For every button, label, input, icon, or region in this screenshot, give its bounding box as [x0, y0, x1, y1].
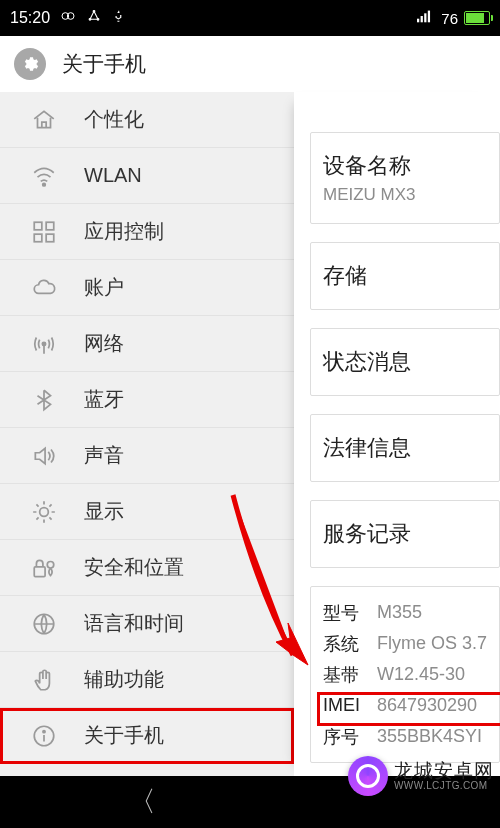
- sidebar-item-about[interactable]: 关于手机: [0, 708, 294, 764]
- sidebar-item-wlan[interactable]: WLAN: [0, 148, 294, 204]
- sidebar-item-label: 声音: [84, 442, 124, 469]
- sidebar-item-label: 账户: [84, 274, 124, 301]
- info-value: 355BBK4SYI: [377, 726, 482, 747]
- sidebar-item-label: 关于手机: [84, 722, 164, 749]
- hand-icon: [30, 666, 58, 694]
- status-bar: 15:20 76: [0, 0, 500, 36]
- sidebar-item-display[interactable]: 显示: [0, 484, 294, 540]
- sidebar-item-network[interactable]: 网络: [0, 316, 294, 372]
- bluetooth-icon: [30, 386, 58, 414]
- info-key: 序号: [323, 725, 377, 749]
- signal-icon: [417, 9, 435, 27]
- card-title: 法律信息: [323, 433, 499, 463]
- svg-point-20: [43, 730, 45, 732]
- svg-rect-11: [46, 222, 54, 230]
- annotation-highlight-serial: [317, 692, 500, 726]
- info-key: 系统: [323, 632, 377, 656]
- card-device-name[interactable]: 设备名称 MEIZU MX3: [310, 132, 500, 224]
- card-device-info[interactable]: 型号M355 系统Flyme OS 3.7 基带W12.45-30 IMEI86…: [310, 586, 500, 763]
- home-icon: [30, 106, 58, 134]
- wifi-icon: [30, 162, 58, 190]
- info-value: M355: [377, 602, 422, 623]
- cloud-icon: [30, 274, 58, 302]
- battery-percent: 76: [441, 10, 458, 27]
- globe-icon: [30, 610, 58, 638]
- gear-icon: [14, 48, 46, 80]
- card-legal[interactable]: 法律信息: [310, 414, 500, 482]
- brightness-icon: [30, 498, 58, 526]
- page-title: 关于手机: [62, 50, 146, 78]
- svg-rect-8: [428, 11, 430, 23]
- sidebar-item-account[interactable]: 账户: [0, 260, 294, 316]
- card-title: 设备名称: [323, 151, 499, 181]
- sidebar-item-label: WLAN: [84, 164, 142, 187]
- info-key: 型号: [323, 601, 377, 625]
- svg-rect-10: [34, 222, 42, 230]
- svg-rect-5: [417, 19, 419, 23]
- sidebar-item-label: 语言和时间: [84, 610, 184, 637]
- card-title: 服务记录: [323, 519, 499, 549]
- svg-rect-16: [34, 566, 45, 576]
- info-value: W12.45-30: [377, 664, 465, 685]
- sidebar-item-personalize[interactable]: 个性化: [0, 92, 294, 148]
- sidebar-item-label: 安全和位置: [84, 554, 184, 581]
- sidebar-item-label: 个性化: [84, 106, 144, 133]
- sidebar-item-label: 显示: [84, 498, 124, 525]
- sync-icon: [60, 8, 76, 28]
- sidebar-item-label: 网络: [84, 330, 124, 357]
- sidebar-item-language[interactable]: 语言和时间: [0, 596, 294, 652]
- sidebar-item-label: 辅助功能: [84, 666, 164, 693]
- svg-rect-7: [425, 13, 427, 22]
- settings-sidebar: 个性化 WLAN 应用控制 账户 网络 蓝牙 声音 显示: [0, 92, 294, 776]
- sidebar-item-bluetooth[interactable]: 蓝牙: [0, 372, 294, 428]
- svg-point-15: [40, 507, 49, 516]
- nav-bar: 〈: [0, 776, 500, 828]
- sound-icon: [30, 442, 58, 470]
- card-storage[interactable]: 存储: [310, 242, 500, 310]
- sidebar-item-accessibility[interactable]: 辅助功能: [0, 652, 294, 708]
- battery-icon: [464, 11, 490, 25]
- card-title: 状态消息: [323, 347, 499, 377]
- svg-point-9: [43, 183, 46, 186]
- page-header: 关于手机: [0, 36, 500, 92]
- card-subtitle: MEIZU MX3: [323, 185, 499, 205]
- svg-rect-12: [34, 234, 42, 242]
- lock-location-icon: [30, 554, 58, 582]
- back-button[interactable]: 〈: [128, 783, 156, 821]
- card-status[interactable]: 状态消息: [310, 328, 500, 396]
- antenna-icon: [30, 330, 58, 358]
- share-icon: [86, 8, 102, 28]
- svg-rect-13: [46, 234, 54, 242]
- grid-icon: [30, 218, 58, 246]
- info-key: 基带: [323, 663, 377, 687]
- sidebar-item-apps[interactable]: 应用控制: [0, 204, 294, 260]
- info-value: Flyme OS 3.7: [377, 633, 487, 654]
- detail-panel: 设备名称 MEIZU MX3 存储 状态消息 法律信息 服务记录 型号M355 …: [294, 92, 500, 776]
- card-title: 存储: [323, 261, 499, 291]
- info-icon: [30, 722, 58, 750]
- sidebar-item-sound[interactable]: 声音: [0, 428, 294, 484]
- svg-rect-6: [421, 16, 423, 22]
- sidebar-item-label: 蓝牙: [84, 386, 124, 413]
- sidebar-item-security[interactable]: 安全和位置: [0, 540, 294, 596]
- status-time: 15:20: [10, 9, 50, 27]
- sidebar-item-label: 应用控制: [84, 218, 164, 245]
- usb-icon: [112, 8, 126, 28]
- card-service[interactable]: 服务记录: [310, 500, 500, 568]
- svg-point-17: [47, 561, 54, 568]
